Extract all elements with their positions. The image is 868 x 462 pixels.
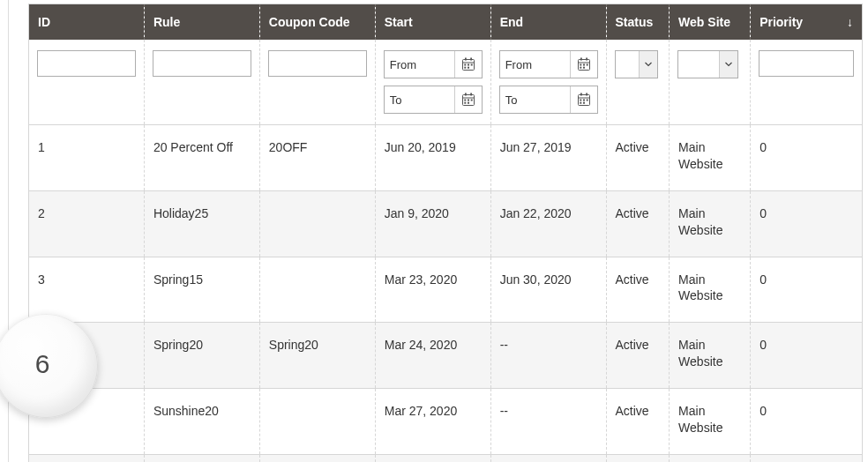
table-row[interactable]: 5 Sunshine20 Mar 27, 2020 -- Active Main… <box>29 389 863 455</box>
calendar-icon[interactable] <box>454 86 482 113</box>
svg-rect-34 <box>580 102 581 104</box>
filter-code-input[interactable] <box>268 50 367 77</box>
svg-rect-5 <box>468 64 469 66</box>
chevron-down-icon <box>639 51 657 78</box>
svg-rect-11 <box>465 93 467 96</box>
cell-rule: SpringTime15 <box>144 454 259 462</box>
svg-rect-13 <box>464 100 466 101</box>
cell-id: 6 <box>29 454 145 462</box>
cell-prio: 0 <box>751 323 863 389</box>
col-header-id[interactable]: ID <box>29 4 145 41</box>
filter-start-from[interactable] <box>384 50 483 78</box>
col-header-rule[interactable]: Rule <box>144 4 259 41</box>
svg-rect-6 <box>470 64 472 66</box>
table-row[interactable]: 6 SpringTime15 Apr 12, 2020 Jul 18, 2020… <box>29 454 863 462</box>
cell-end: -- <box>490 389 606 455</box>
table-row[interactable]: 2 Holiday25 Jan 9, 2020 Jan 22, 2020 Act… <box>29 190 863 257</box>
col-header-status[interactable]: Status <box>606 4 670 41</box>
cell-prio: 0 <box>751 389 863 455</box>
cell-start: Jun 20, 2019 <box>375 125 490 191</box>
svg-rect-8 <box>468 67 469 69</box>
filter-row <box>29 40 863 125</box>
filter-end-to[interactable] <box>499 86 598 114</box>
filter-start-from-input[interactable] <box>385 51 454 78</box>
svg-rect-15 <box>470 100 472 101</box>
cell-code: 20OFF <box>259 125 375 191</box>
svg-rect-24 <box>586 64 587 66</box>
cell-status: Active <box>606 125 670 191</box>
svg-rect-20 <box>580 58 582 61</box>
cell-start: Apr 12, 2020 <box>375 454 490 462</box>
cell-status: Active <box>606 190 670 257</box>
cell-status: Active <box>606 257 670 323</box>
filter-status-select[interactable] <box>615 50 658 78</box>
cell-web: Main Website <box>670 454 751 462</box>
cell-web: Main Website <box>670 190 751 257</box>
svg-rect-33 <box>586 100 587 101</box>
cell-prio: 0 <box>751 454 863 462</box>
cell-id: 1 <box>29 125 145 191</box>
cell-id: 4 <box>29 323 145 389</box>
svg-rect-26 <box>583 67 585 69</box>
filter-start-to[interactable] <box>384 86 483 114</box>
calendar-icon[interactable] <box>454 51 482 78</box>
filter-priority-input[interactable] <box>759 50 854 77</box>
rules-table: ID Rule Coupon Code Start End Status Web… <box>28 4 863 462</box>
filter-end-from-input[interactable] <box>500 51 570 78</box>
svg-rect-21 <box>586 58 587 61</box>
cell-id: 2 <box>29 190 145 257</box>
filter-website-select[interactable] <box>677 50 738 78</box>
cell-status: Active <box>606 389 670 455</box>
calendar-icon[interactable] <box>570 86 597 113</box>
filter-status-value <box>616 51 639 78</box>
filter-website-value <box>678 51 719 78</box>
cell-prio: 0 <box>751 190 863 257</box>
col-header-code[interactable]: Coupon Code <box>259 4 375 41</box>
table-row[interactable]: 1 20 Percent Off 20OFF Jun 20, 2019 Jun … <box>29 125 863 191</box>
filter-end-from[interactable] <box>499 50 598 78</box>
calendar-icon[interactable] <box>570 51 597 78</box>
cell-status: Active <box>606 454 670 462</box>
cell-code <box>259 454 375 462</box>
svg-rect-4 <box>464 64 466 66</box>
filter-id-input[interactable] <box>37 50 136 77</box>
svg-rect-32 <box>583 100 585 101</box>
sort-desc-icon: ↓ <box>847 15 853 29</box>
filter-start-to-input[interactable] <box>385 86 454 113</box>
cell-status: Active <box>606 323 670 389</box>
svg-rect-30 <box>586 93 587 96</box>
table-row[interactable]: 4 Spring20 Spring20 Mar 24, 2020 -- Acti… <box>29 323 863 389</box>
svg-rect-16 <box>464 102 466 104</box>
cell-prio: 0 <box>751 257 863 323</box>
cell-rule: Holiday25 <box>144 190 259 257</box>
cell-start: Mar 23, 2020 <box>375 257 490 323</box>
cell-rule: 20 Percent Off <box>144 125 259 191</box>
cell-code: Spring20 <box>259 323 375 389</box>
table-header-row: ID Rule Coupon Code Start End Status Web… <box>29 4 863 41</box>
cell-rule: Spring20 <box>144 323 259 389</box>
filter-rule-input[interactable] <box>153 50 251 77</box>
cell-end: Jan 22, 2020 <box>490 190 606 257</box>
cell-start: Mar 24, 2020 <box>375 323 490 389</box>
cell-web: Main Website <box>670 257 751 323</box>
svg-rect-17 <box>468 102 469 104</box>
col-header-start[interactable]: Start <box>375 4 490 41</box>
col-header-end[interactable]: End <box>490 4 606 41</box>
col-header-priority[interactable]: Priority ↓ <box>751 4 863 41</box>
svg-rect-35 <box>583 102 585 104</box>
col-header-web[interactable]: Web Site <box>670 4 751 41</box>
cell-web: Main Website <box>670 125 751 191</box>
svg-rect-22 <box>580 64 581 66</box>
cell-start: Jan 9, 2020 <box>375 190 490 257</box>
filter-end-to-input[interactable] <box>500 86 570 113</box>
cell-rule: Sunshine20 <box>144 389 259 455</box>
cell-code <box>259 389 375 455</box>
svg-rect-29 <box>580 93 582 96</box>
svg-rect-14 <box>468 100 469 101</box>
table-row[interactable]: 3 Spring15 Mar 23, 2020 Jun 30, 2020 Act… <box>29 257 863 323</box>
svg-rect-12 <box>470 93 472 96</box>
svg-rect-31 <box>580 100 581 101</box>
cell-id: 3 <box>29 257 145 323</box>
svg-rect-3 <box>470 58 472 61</box>
cell-id: 5 <box>29 389 145 455</box>
